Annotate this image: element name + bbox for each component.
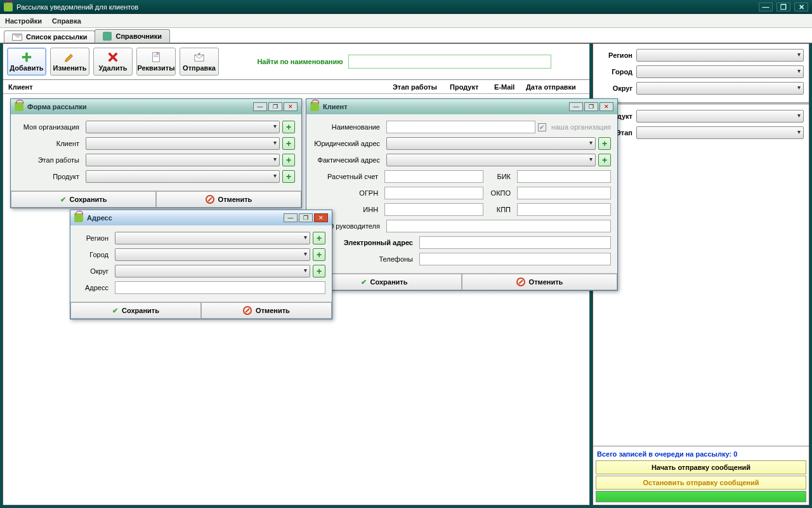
svg-rect-5: [153, 53, 160, 62]
col-product[interactable]: Продукт: [447, 83, 492, 91]
modal-close-button[interactable]: ✕: [284, 102, 298, 111]
stage-add-button[interactable]: +: [282, 154, 295, 166]
menu-settings[interactable]: Настройки: [5, 17, 42, 25]
check-icon: ✔: [60, 196, 66, 204]
filter-region-label: Регион: [598, 51, 636, 59]
modal-maximize-button[interactable]: ❐: [268, 102, 282, 111]
actual-addr-combo[interactable]: [386, 154, 596, 166]
filter-city-combo[interactable]: [636, 65, 804, 78]
tab-refs[interactable]: Справочники: [95, 29, 170, 43]
queue-label: Всего записей в очереди на рассылку: 0: [596, 449, 806, 460]
send-button[interactable]: Отправка: [180, 48, 219, 76]
tab-list[interactable]: Список рассылки: [4, 30, 95, 43]
plus-icon: [20, 51, 33, 63]
email-input[interactable]: [419, 236, 611, 249]
client-name-input[interactable]: [386, 121, 535, 133]
inn-input[interactable]: [384, 203, 483, 216]
toolbar: Добавить Изменить Удалить Реквизиты Отпр…: [3, 44, 589, 80]
svg-rect-1: [22, 56, 31, 58]
app-icon: [4, 3, 13, 11]
menu-help[interactable]: Справка: [52, 17, 81, 25]
filter-district-label: Округ: [598, 84, 636, 92]
modal-maximize-button[interactable]: ❐: [299, 213, 313, 222]
cancel-icon: [206, 195, 214, 204]
add-button[interactable]: Добавить: [7, 48, 46, 76]
form-cancel-button[interactable]: Отменить: [156, 191, 301, 208]
client-cancel-button[interactable]: Отменить: [462, 274, 617, 290]
minimize-button[interactable]: —: [759, 3, 773, 11]
close-button[interactable]: ✕: [794, 3, 808, 11]
addr-city-add-button[interactable]: +: [313, 248, 325, 261]
envelope-icon: [12, 34, 22, 41]
pencil-icon: [63, 51, 76, 63]
modal-client-title: Клиент: [323, 103, 348, 110]
col-client[interactable]: Клиент: [6, 83, 390, 91]
modal-client: Клиент — ❐ ✕ Наименование✔наша организац…: [306, 98, 618, 291]
filter-district-combo[interactable]: [636, 82, 804, 95]
book-icon: [103, 32, 112, 41]
gift-icon: [74, 213, 83, 222]
addr-cancel-button[interactable]: Отменить: [201, 302, 332, 319]
col-stage[interactable]: Этап работы: [390, 83, 447, 91]
search-input[interactable]: [348, 55, 551, 69]
start-send-button[interactable]: Начать отправку сообщений: [596, 460, 806, 474]
my-org-add-button[interactable]: +: [282, 121, 295, 133]
our-org-label: наша организация: [549, 123, 611, 131]
addr-district-combo[interactable]: [115, 265, 310, 277]
document-icon: [150, 51, 162, 63]
tabstrip: Список рассылки Справочники: [0, 28, 812, 43]
grid-header: Клиент Этап работы Продукт E-Mail Дата о…: [3, 80, 589, 94]
kpp-input[interactable]: [517, 203, 611, 216]
our-org-checkbox[interactable]: ✔: [538, 123, 546, 131]
modal-close-button[interactable]: ✕: [314, 213, 328, 222]
modal-minimize-button[interactable]: —: [569, 102, 583, 111]
modal-minimize-button[interactable]: —: [253, 102, 267, 111]
filter-region-combo[interactable]: [636, 49, 804, 62]
phones-input[interactable]: [419, 253, 611, 265]
check-icon: ✔: [361, 278, 367, 286]
addr-save-button[interactable]: ✔Сохранить: [70, 302, 201, 319]
titlebar: Рассылка уведомлений для клиентов — ❐ ✕: [0, 0, 812, 14]
product-combo[interactable]: [86, 170, 280, 183]
check-icon: ✔: [112, 307, 118, 315]
actual-addr-add-button[interactable]: +: [598, 154, 611, 166]
addr-region-combo[interactable]: [115, 232, 310, 244]
cancel-icon: [243, 306, 252, 315]
edit-button[interactable]: Изменить: [50, 48, 89, 76]
bik-input[interactable]: [517, 170, 611, 183]
stage-combo[interactable]: [86, 154, 280, 166]
ogrn-input[interactable]: [384, 187, 483, 199]
client-combo[interactable]: [86, 137, 280, 150]
my-org-combo[interactable]: [86, 121, 280, 133]
account-input[interactable]: [384, 170, 483, 183]
delete-x-icon: [107, 51, 119, 63]
app-title: Рассылка уведомлений для клиентов: [16, 3, 138, 11]
col-email[interactable]: E-Mail: [492, 83, 523, 91]
modal-send-form-title: Форма рассылки: [27, 103, 87, 110]
legal-addr-combo[interactable]: [386, 137, 596, 150]
form-save-button[interactable]: ✔Сохранить: [11, 191, 156, 208]
addr-address-input[interactable]: [115, 281, 325, 294]
addr-city-combo[interactable]: [115, 248, 310, 261]
filter-product-combo[interactable]: [636, 110, 804, 123]
svg-marker-2: [65, 55, 73, 62]
delete-button[interactable]: Удалить: [93, 48, 133, 76]
send-envelope-icon: [193, 51, 206, 63]
gift-icon: [15, 102, 23, 111]
modal-minimize-button[interactable]: —: [284, 213, 298, 222]
maximize-button[interactable]: ❐: [776, 3, 790, 11]
modal-close-button[interactable]: ✕: [599, 102, 613, 111]
legal-addr-add-button[interactable]: +: [598, 137, 611, 150]
modal-maximize-button[interactable]: ❐: [584, 102, 598, 111]
addr-region-add-button[interactable]: +: [313, 232, 325, 244]
director-input[interactable]: [386, 220, 611, 232]
stop-send-button[interactable]: Остановить отправку сообщений: [596, 476, 806, 490]
filter-stage-combo[interactable]: [636, 126, 804, 139]
client-add-button[interactable]: +: [282, 137, 295, 150]
addr-district-add-button[interactable]: +: [313, 265, 325, 277]
okpo-input[interactable]: [517, 187, 611, 199]
col-date[interactable]: Дата отправки: [523, 83, 587, 91]
menubar: Настройки Справка: [0, 14, 812, 28]
requisites-button[interactable]: Реквизиты: [136, 48, 176, 76]
product-add-button[interactable]: +: [282, 170, 295, 183]
